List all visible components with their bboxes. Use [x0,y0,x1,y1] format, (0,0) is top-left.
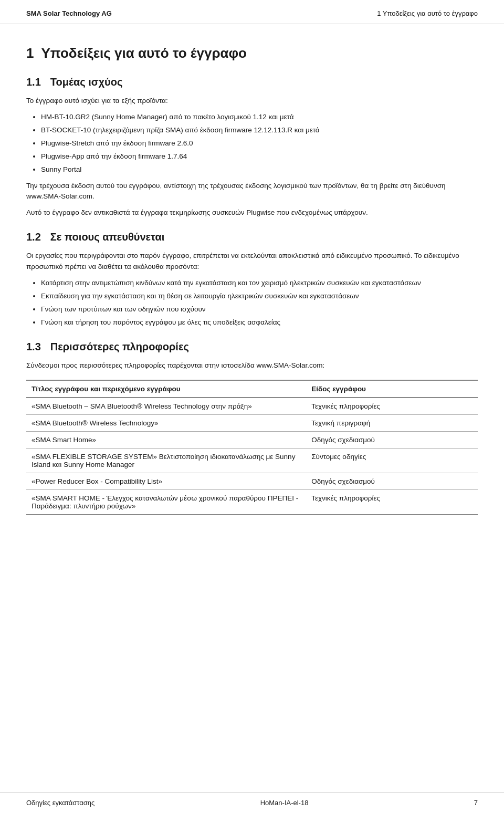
list-item: Γνώση και τήρηση του παρόντος εγγράφου μ… [41,317,478,328]
table-cell-title: «SMA Bluetooth – SMA Bluetooth® Wireless… [26,398,306,415]
table-row: «Power Reducer Box - Compatibility List»… [26,473,478,489]
list-item: Sunny Portal [41,164,478,175]
table-cell-type: Τεχνικές πληροφορίες [306,398,478,415]
table-cell-title: «SMA Smart Home» [26,431,306,448]
section-1-2-number: 1.2 [26,231,41,243]
section-1-2-paragraph1: Οι εργασίες που περιγράφονται στο παρόν … [26,251,478,273]
list-item: Εκπαίδευση για την εγκατάσταση και τη θέ… [41,291,478,302]
table-col2-header: Είδος εγγράφου [306,380,478,398]
page-content: 1 Υποδείξεις για αυτό το έγγραφο 1.1Τομέ… [0,24,504,547]
page-footer: Οδηγίες εγκατάστασης HoMan-IA-el-18 7 [0,792,504,813]
table-cell-type: Τεχνικές πληροφορίες [306,489,478,515]
list-item: BT-SOCKET-10 (τηλεχειριζόμενη πρίζα SMA)… [41,125,478,136]
table-cell-type: Οδηγός σχεδιασμού [306,473,478,489]
section-1-1-intro: Το έγγραφο αυτό ισχύει για τα εξής προϊό… [26,96,478,107]
table-row: «SMA Smart Home» Οδηγός σχεδιασμού [26,431,478,448]
page-header: SMA Solar Technology AG 1 Υποδείξεις για… [0,0,504,24]
table-row: «SMA FLEXIBLE STORAGE SYSTEM» Βελτιστοπο… [26,448,478,473]
footer-left: Οδηγίες εγκατάστασης [26,799,94,807]
table-row: «SMA Bluetooth – SMA Bluetooth® Wireless… [26,398,478,415]
list-item: Γνώση των προτύπων και των οδηγιών που ι… [41,304,478,315]
table-cell-title: «Power Reducer Box - Compatibility List» [26,473,306,489]
chapter-title: 1 Υποδείξεις για αυτό το έγγραφο [26,45,478,61]
header-company: SMA Solar Technology AG [26,9,112,17]
footer-center: HoMan-IA-el-18 [260,799,309,807]
list-item: HM-BT-10.GR2 (Sunny Home Manager) από το… [41,112,478,123]
table-cell-type: Οδηγός σχεδιασμού [306,431,478,448]
table-row: «SMA Bluetooth® Wireless Technology» Τεχ… [26,414,478,431]
section-1-1-label: Τομέας ισχύος [50,76,122,88]
table-cell-title: «SMA FLEXIBLE STORAGE SYSTEM» Βελτιστοπο… [26,448,306,473]
section-1-2-title: 1.2Σε ποιους απευθύνεται [26,231,478,243]
section-1-1-bullets: HM-BT-10.GR2 (Sunny Home Manager) από το… [41,112,478,175]
header-chapter: 1 Υποδείξεις για αυτό το έγγραφο [377,9,478,17]
section-1-2-bullets: Κατάρτιση στην αντιμετώπιση κινδύνων κατ… [41,278,478,328]
table-row: «SMA SMART HOME - Έλεγχος καταναλωτών μέ… [26,489,478,515]
section-1-1-number: 1.1 [26,76,41,88]
table-cell-title: «SMA SMART HOME - Έλεγχος καταναλωτών μέ… [26,489,306,515]
chapter-title-text: Υποδείξεις για αυτό το έγγραφο [41,45,247,61]
table-col1-header: Τίτλος εγγράφου και περιεχόμενο εγγράφου [26,380,306,398]
section-1-3-title: 1.3Περισσότερες πληροφορίες [26,341,478,353]
list-item: Plugwise-App από την έκδοση firmware 1.7… [41,151,478,162]
table-cell-title: «SMA Bluetooth® Wireless Technology» [26,414,306,431]
page-number: 7 [474,799,478,807]
table-cell-type: Σύντομες οδηγίες [306,448,478,473]
section-1-1-paragraph1: Την τρέχουσα έκδοση αυτού του εγγράφου, … [26,181,478,203]
section-1-1-paragraph2: Αυτό το έγγραφο δεν αντικαθιστά τα έγγρα… [26,207,478,218]
section-1-2-label: Σε ποιους απευθύνεται [50,231,164,243]
list-item: Plugwise-Stretch από την έκδοση firmware… [41,138,478,149]
section-1-3-number: 1.3 [26,341,41,352]
list-item: Κατάρτιση στην αντιμετώπιση κινδύνων κατ… [41,278,478,289]
section-1-3-intro: Σύνδεσμοι προς περισσότερες πληροφορίες … [26,360,478,371]
chapter-number: 1 [26,45,34,61]
section-1-1-title: 1.1Τομέας ισχύος [26,76,478,88]
table-cell-type: Τεχνική περιγραφή [306,414,478,431]
info-table: Τίτλος εγγράφου και περιεχόμενο εγγράφου… [26,380,478,515]
section-1-3-label: Περισσότερες πληροφορίες [50,341,189,352]
